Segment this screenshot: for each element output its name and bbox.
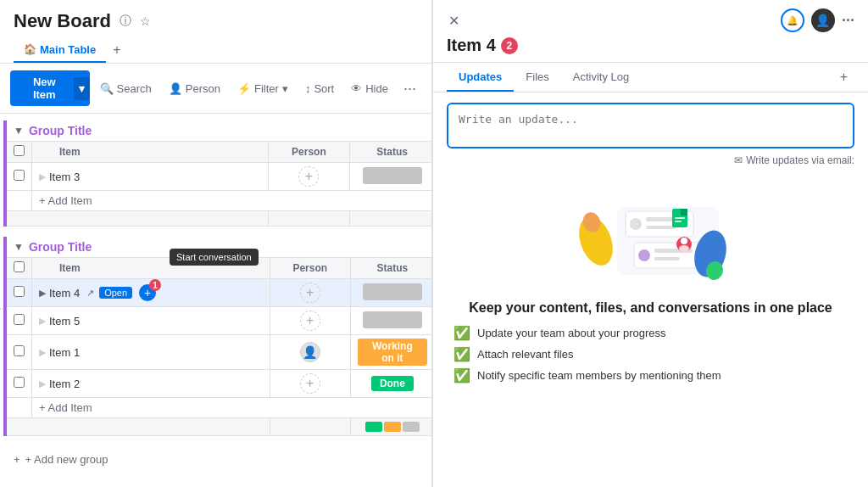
table-row-item1: ▶ Item 1 👤 Working on it: [5, 335, 431, 370]
more-options-button[interactable]: ···: [398, 78, 421, 99]
table-row-item2: ▶ Item 2 + Done: [5, 370, 431, 398]
group1-chevron[interactable]: ▼: [14, 125, 24, 137]
open-icon: ↗: [86, 288, 94, 299]
email-hint: ✉ Write updates via email:: [447, 151, 854, 170]
row-checkbox-item5[interactable]: [14, 314, 25, 325]
item4-person-cell[interactable]: +: [270, 279, 350, 307]
table-row: ▶ Item 3 +: [5, 163, 431, 191]
notification-ring: 🔔: [781, 8, 804, 32]
tab-main-table[interactable]: 🏠 Main Table: [14, 38, 106, 63]
add-group-icon: +: [14, 453, 20, 466]
status-cell[interactable]: [350, 163, 431, 191]
summary-row: [5, 211, 431, 227]
user-avatar-right: 👤: [811, 8, 835, 32]
filter-button[interactable]: ⚡ Filter ▾: [231, 78, 295, 99]
new-item-button[interactable]: New Item ▾: [10, 70, 90, 106]
row-checkbox[interactable]: [14, 170, 25, 181]
item4-name-cell: ▶ Item 4 ↗ Open + 1: [32, 279, 270, 307]
group1-title: Group Title: [29, 124, 92, 137]
right-panel-more-button[interactable]: ···: [842, 12, 854, 30]
group2-select-all[interactable]: [14, 261, 25, 272]
email-icon: ✉: [734, 154, 743, 166]
add-item-row[interactable]: + Add Item: [5, 191, 431, 211]
right-panel-title: Item 4: [447, 36, 496, 55]
group1-col-item: Item: [32, 142, 269, 163]
row-checkbox-item4[interactable]: [14, 286, 25, 297]
list-item: ✅ Update your team about your progress: [453, 322, 848, 344]
bullet-list: ✅ Update your team about your progress ✅…: [453, 322, 848, 386]
svg-rect-8: [654, 257, 680, 260]
person-add-icon[interactable]: +: [300, 373, 320, 394]
item5-name-cell: ▶ Item 5: [32, 307, 270, 335]
update-input[interactable]: [447, 103, 854, 148]
hide-button[interactable]: 👁 Hide: [344, 78, 395, 99]
rp-tab-activity[interactable]: Activity Log: [561, 64, 641, 92]
group1-select-all[interactable]: [14, 145, 25, 156]
notification-badge: 1: [149, 279, 161, 291]
rp-tab-add-button[interactable]: +: [833, 63, 854, 92]
person-add-icon[interactable]: +: [300, 311, 320, 331]
info-icon[interactable]: ⓘ: [118, 12, 133, 31]
add-item-label-2[interactable]: + Add Item: [32, 398, 432, 418]
person-cell[interactable]: +: [268, 163, 350, 191]
hide-icon: 👁: [351, 82, 362, 95]
sort-icon: ↕: [305, 82, 311, 95]
search-button[interactable]: 🔍 Search: [93, 78, 159, 99]
row-checkbox-item2[interactable]: [14, 377, 25, 388]
check-icon: ✅: [453, 346, 470, 362]
item5-person-cell[interactable]: +: [270, 307, 350, 335]
item2-person-cell[interactable]: +: [270, 370, 350, 398]
sort-button[interactable]: ↕ Sort: [298, 78, 341, 99]
svg-rect-16: [675, 221, 682, 222]
item1-name-cell: ▶ Item 1: [32, 335, 270, 370]
expand-arrow-icon: ▶: [39, 288, 46, 299]
status-empty: [363, 283, 422, 300]
person-add-icon[interactable]: +: [300, 283, 320, 303]
item1-status-cell[interactable]: Working on it: [350, 335, 431, 370]
status-empty: [363, 311, 422, 328]
svg-point-19: [679, 245, 689, 252]
group2-col-status: Status: [350, 258, 431, 279]
person-icon: 👤: [169, 82, 182, 95]
item-name-cell: ▶ Item 3: [32, 163, 269, 191]
svg-rect-4: [646, 226, 676, 229]
list-item: ✅ Attach relevant files: [453, 344, 848, 365]
add-item-label[interactable]: + Add Item: [32, 191, 432, 211]
right-panel-badge: 2: [501, 37, 518, 54]
add-item-row-2[interactable]: + Add Item: [5, 398, 431, 418]
row-checkbox-item1[interactable]: [14, 345, 25, 356]
summary-row-2: [5, 418, 431, 436]
person-button[interactable]: 👤 Person: [162, 78, 227, 99]
status-empty: [363, 167, 422, 184]
new-item-dropdown[interactable]: ▾: [74, 77, 90, 100]
group2-chevron[interactable]: ▼: [14, 241, 24, 253]
svg-rect-15: [675, 217, 685, 219]
group1-col-person: Person: [268, 142, 350, 163]
add-new-group-button[interactable]: + + Add new group: [0, 446, 122, 473]
left-edge-dots[interactable]: ···: [0, 301, 8, 315]
board-title: New Board: [14, 10, 111, 32]
item5-status-cell[interactable]: [350, 307, 431, 335]
rp-tab-updates[interactable]: Updates: [447, 64, 514, 92]
close-panel-button[interactable]: ✕: [447, 11, 461, 31]
status-done-badge: Done: [371, 376, 414, 391]
group2-title: Group Title: [29, 240, 92, 254]
illustration-title: Keep your content, files, and conversati…: [469, 300, 832, 316]
filter-icon: ⚡: [237, 82, 251, 95]
person-add-icon[interactable]: +: [298, 166, 319, 187]
item1-person-cell[interactable]: 👤: [270, 335, 350, 370]
expand-arrow-icon: ▶: [39, 316, 46, 327]
group2-col-person: Person: [270, 258, 350, 279]
check-icon: ✅: [453, 367, 470, 383]
table-row-item4: ▶ Item 4 ↗ Open + 1: [5, 279, 431, 307]
notification-icon: 🔔: [787, 15, 798, 26]
check-icon: ✅: [453, 325, 470, 341]
item4-status-cell[interactable]: [350, 279, 431, 307]
expand-arrow-icon: ▶: [39, 378, 46, 389]
rp-tab-files[interactable]: Files: [514, 64, 560, 92]
item2-status-cell[interactable]: Done: [350, 370, 431, 398]
star-icon[interactable]: ☆: [138, 13, 153, 30]
add-tab-button[interactable]: +: [106, 37, 127, 63]
table-row-item5: ▶ Item 5 +: [5, 307, 431, 335]
tooltip-box: Start conversation: [170, 249, 259, 266]
